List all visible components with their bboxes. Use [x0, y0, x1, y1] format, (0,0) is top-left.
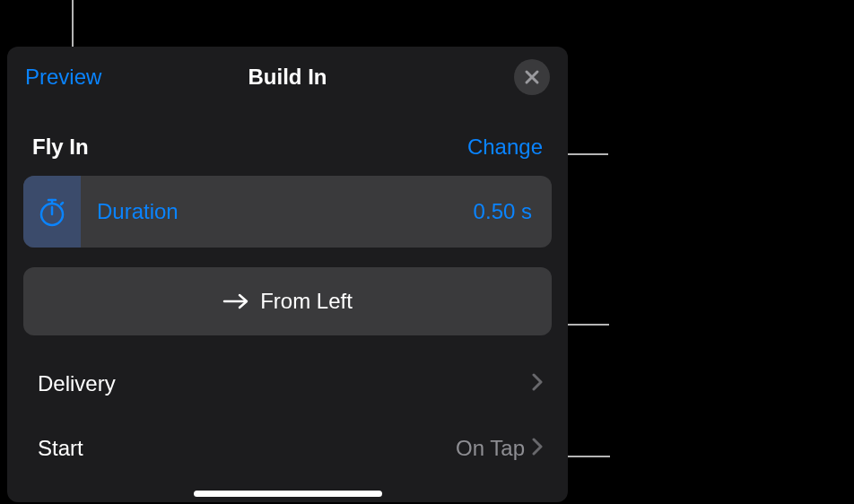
settings-group: Duration 0.50 s From Left Delivery	[7, 176, 568, 481]
direction-label: From Left	[260, 289, 353, 314]
direction-row[interactable]: From Left	[23, 267, 552, 335]
start-value: On Tap	[456, 436, 525, 461]
chevron-right-icon	[532, 373, 543, 395]
svg-line-4	[61, 203, 63, 204]
callout-line-preview	[72, 0, 74, 54]
duration-icon-box	[23, 176, 81, 248]
duration-row[interactable]: Duration 0.50 s	[23, 176, 552, 248]
close-button[interactable]	[514, 59, 550, 95]
delivery-label: Delivery	[38, 371, 116, 396]
start-row[interactable]: Start On Tap	[23, 416, 552, 481]
chevron-right-icon	[532, 438, 543, 459]
stopwatch-icon	[36, 196, 68, 228]
duration-label: Duration	[81, 199, 474, 224]
arrow-right-icon	[222, 291, 249, 311]
panel-header: Preview Build In	[7, 47, 568, 106]
close-icon	[524, 69, 540, 85]
build-in-panel: Preview Build In Fly In Change Duration	[7, 47, 568, 502]
effect-name: Fly In	[32, 135, 89, 160]
delivery-right	[525, 373, 543, 395]
effect-header: Fly In Change	[7, 106, 568, 176]
home-indicator[interactable]	[194, 491, 382, 497]
panel-title: Build In	[248, 65, 327, 90]
change-button[interactable]: Change	[467, 135, 543, 160]
delivery-row[interactable]: Delivery	[23, 352, 552, 416]
start-right: On Tap	[456, 436, 543, 461]
preview-button[interactable]: Preview	[25, 65, 101, 90]
duration-value: 0.50 s	[474, 199, 552, 224]
start-label: Start	[38, 436, 83, 461]
